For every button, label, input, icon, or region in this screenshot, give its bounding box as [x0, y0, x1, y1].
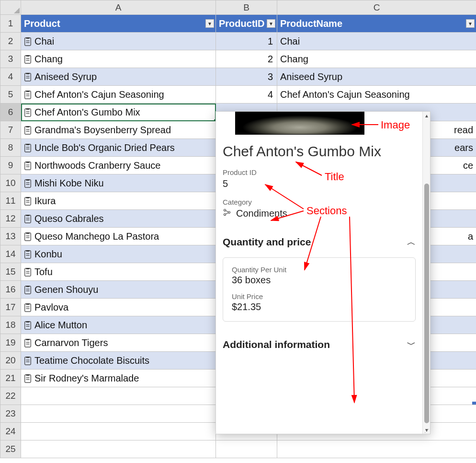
- row-header[interactable]: 24: [0, 423, 21, 440]
- table-header-cell[interactable]: ProductID▼: [216, 15, 277, 33]
- cell-product[interactable]: Chang: [21, 50, 216, 68]
- filter-dropdown-button[interactable]: ▼: [466, 19, 475, 28]
- row-header[interactable]: 4: [0, 68, 21, 86]
- quantity-price-header[interactable]: Quantity and price ︿: [223, 236, 416, 248]
- row-header[interactable]: 14: [0, 245, 21, 263]
- additional-info-header[interactable]: Additional information ﹀: [223, 339, 416, 350]
- cell-text: Queso Manchego La Pastora: [34, 231, 159, 242]
- data-type-icon[interactable]: [24, 179, 32, 188]
- cell-product-id[interactable]: 2: [216, 50, 277, 68]
- row-header[interactable]: 11: [0, 192, 21, 210]
- row-header[interactable]: 3: [0, 50, 21, 68]
- column-header-C[interactable]: C: [277, 0, 476, 15]
- empty-cell[interactable]: [277, 440, 476, 458]
- data-type-icon[interactable]: [24, 215, 32, 223]
- empty-cell[interactable]: [21, 387, 216, 405]
- row-header[interactable]: 12: [0, 210, 21, 228]
- cell-product[interactable]: Genen Shouyu: [21, 281, 216, 299]
- row-header[interactable]: 20: [0, 352, 21, 370]
- chevron-down-icon: ﹀: [407, 339, 416, 350]
- select-all-corner[interactable]: [0, 0, 21, 15]
- cell-product[interactable]: Northwoods Cranberry Sauce: [21, 157, 216, 174]
- row-header[interactable]: 8: [0, 139, 21, 157]
- data-type-icon[interactable]: [24, 162, 32, 170]
- data-type-icon[interactable]: [24, 37, 32, 46]
- cell-product[interactable]: Carnarvon Tigers: [21, 334, 216, 352]
- data-type-icon[interactable]: [24, 357, 32, 365]
- row-header[interactable]: 1: [0, 15, 21, 33]
- cell-product-name[interactable]: Chai: [277, 33, 476, 50]
- data-type-icon[interactable]: [24, 321, 32, 330]
- empty-cell[interactable]: [216, 440, 277, 458]
- cell-product[interactable]: Ikura: [21, 192, 216, 210]
- row-header[interactable]: 6: [0, 104, 21, 121]
- data-type-icon[interactable]: [24, 268, 32, 277]
- row-header[interactable]: 18: [0, 316, 21, 334]
- cell-product[interactable]: Uncle Bob's Organic Dried Pears: [21, 139, 216, 157]
- data-type-icon[interactable]: [24, 144, 32, 152]
- cell-product[interactable]: Alice Mutton: [21, 316, 216, 334]
- data-type-icon[interactable]: [24, 339, 32, 347]
- cell-product[interactable]: Sir Rodney's Marmalade: [21, 370, 216, 387]
- data-type-icon[interactable]: [24, 73, 32, 81]
- data-type-icon[interactable]: [24, 126, 32, 135]
- row-header[interactable]: 2: [0, 33, 21, 50]
- cell-product[interactable]: Chef Anton's Cajun Seasoning: [21, 86, 216, 104]
- empty-cell[interactable]: [21, 440, 216, 458]
- data-type-icon[interactable]: [24, 374, 32, 383]
- scroll-up-arrow-icon[interactable]: ▲: [423, 112, 431, 119]
- row-header[interactable]: 15: [0, 263, 21, 281]
- empty-cell[interactable]: [21, 423, 216, 440]
- cell-text: Chai: [34, 36, 54, 46]
- filter-dropdown-button[interactable]: ▼: [267, 19, 275, 28]
- data-type-icon[interactable]: [24, 91, 32, 99]
- empty-cell[interactable]: [21, 405, 216, 423]
- cell-product[interactable]: Grandma's Boysenberry Spread: [21, 121, 216, 139]
- cell-product[interactable]: Aniseed Syrup: [21, 68, 216, 86]
- cell-product[interactable]: Teatime Chocolate Biscuits: [21, 352, 216, 370]
- row-header[interactable]: 25: [0, 440, 21, 458]
- row-header[interactable]: 22: [0, 387, 21, 405]
- data-type-icon[interactable]: [24, 197, 32, 206]
- resize-grip-icon[interactable]: ⋰: [424, 429, 429, 433]
- cell-product-name[interactable]: Chang: [277, 50, 476, 68]
- row-header[interactable]: 7: [0, 121, 21, 139]
- cell-product[interactable]: Queso Manchego La Pastora: [21, 228, 216, 245]
- cell-text: Queso Cabrales: [34, 213, 104, 224]
- cell-product[interactable]: Tofu: [21, 263, 216, 281]
- cell-product-name[interactable]: Chef Anton's Cajun Seasoning: [277, 86, 476, 104]
- scroll-thumb[interactable]: [424, 184, 429, 423]
- table-header-cell[interactable]: ProductName▼: [277, 15, 476, 33]
- cell-text: Alice Mutton: [34, 320, 87, 330]
- cell-product-id[interactable]: 1: [216, 33, 277, 50]
- row-header[interactable]: 23: [0, 405, 21, 423]
- row-header[interactable]: 21: [0, 370, 21, 387]
- table-header-cell[interactable]: Product▼: [21, 15, 216, 33]
- row-header[interactable]: 10: [0, 174, 21, 192]
- cell-product-id[interactable]: 3: [216, 68, 277, 86]
- data-type-icon[interactable]: [24, 232, 32, 241]
- cell-product[interactable]: Pavlova: [21, 299, 216, 316]
- data-type-icon[interactable]: [24, 108, 32, 117]
- data-type-icon[interactable]: [24, 55, 32, 64]
- row-header[interactable]: 19: [0, 334, 21, 352]
- data-type-icon[interactable]: [24, 303, 32, 312]
- row-header[interactable]: 13: [0, 228, 21, 245]
- column-header-A[interactable]: A: [21, 0, 216, 15]
- data-type-icon[interactable]: [24, 286, 32, 294]
- card-scrollbar[interactable]: ▲ ▼: [422, 112, 430, 434]
- cell-product[interactable]: Konbu: [21, 245, 216, 263]
- row-header[interactable]: 17: [0, 299, 21, 316]
- column-header-B[interactable]: B: [216, 0, 277, 15]
- row-header[interactable]: 5: [0, 86, 21, 104]
- row-header[interactable]: 16: [0, 281, 21, 299]
- cell-product[interactable]: Mishi Kobe Niku: [21, 174, 216, 192]
- cell-product-id[interactable]: 4: [216, 86, 277, 104]
- filter-dropdown-button[interactable]: ▼: [205, 19, 214, 28]
- cell-product[interactable]: Chai: [21, 33, 216, 50]
- cell-product-name[interactable]: Aniseed Syrup: [277, 68, 476, 86]
- cell-product[interactable]: Queso Cabrales: [21, 210, 216, 228]
- cell-product[interactable]: Chef Anton's Gumbo Mix: [21, 104, 216, 121]
- data-type-icon[interactable]: [24, 250, 32, 259]
- row-header[interactable]: 9: [0, 157, 21, 174]
